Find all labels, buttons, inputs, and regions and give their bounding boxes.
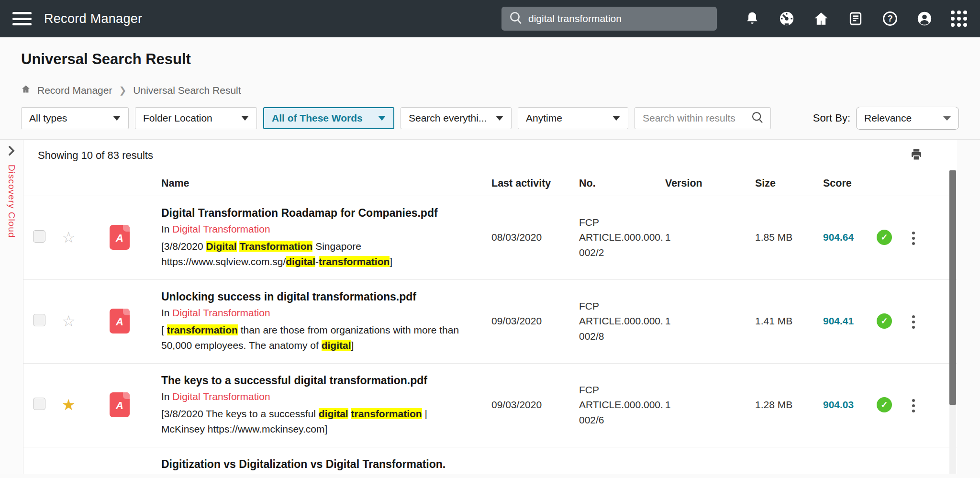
global-search[interactable] [501, 7, 717, 31]
account-icon[interactable] [916, 10, 933, 27]
filter-scope-dropdown[interactable]: Search everythi... [401, 107, 512, 129]
score[interactable]: 904.64 [823, 232, 877, 243]
row-menu-button[interactable] [910, 397, 917, 414]
result-title[interactable]: Digitization vs Digitalization vs Digita… [161, 457, 469, 474]
location-prefix: In [161, 391, 170, 402]
score[interactable]: 904.41 [823, 315, 877, 327]
scrollbar-track[interactable] [949, 170, 956, 474]
menu-icon[interactable] [12, 12, 32, 25]
score[interactable]: 904.03 [823, 399, 877, 411]
filter-type-value: All types [29, 112, 67, 124]
filter-bar: All types Folder Location All of These W… [0, 96, 980, 139]
chevron-down-icon [496, 116, 503, 121]
table-row: ★ A The keys to a successful digital tra… [23, 364, 957, 447]
side-rail: Discovery Cloud [0, 140, 23, 474]
chevron-down-icon [113, 116, 121, 121]
snippet-segment: ] [390, 256, 392, 267]
scrollbar-thumb[interactable] [949, 170, 956, 405]
breadcrumb: Record Manager ❯ Universal Search Result [21, 84, 959, 96]
filter-words-value: All of These Words [272, 112, 363, 124]
help-icon[interactable]: ? [881, 10, 899, 27]
status-check-icon: ✓ [877, 313, 892, 329]
pdf-icon: A [110, 225, 130, 250]
app-header: Record Manager [0, 0, 980, 37]
feedback-icon[interactable] [847, 10, 864, 27]
apps-grid-icon[interactable] [950, 10, 968, 27]
location-prefix: In [161, 223, 170, 234]
star-icon[interactable]: ☆ [62, 229, 76, 246]
global-search-input[interactable] [528, 13, 710, 24]
result-location: In Digital Transformation [161, 391, 469, 402]
version: 1 [665, 399, 755, 411]
chevron-down-icon [378, 116, 386, 121]
star-icon[interactable]: ☆ [62, 312, 76, 330]
breadcrumb-separator: ❯ [119, 85, 126, 96]
row-menu-button[interactable] [910, 230, 917, 247]
header-icons: ? [744, 10, 968, 27]
result-snippet: [3/8/2020 The keys to a successful digit… [161, 406, 469, 436]
column-score: Score [823, 178, 877, 189]
result-title[interactable]: Digital Transformation Roadamap for Comp… [161, 206, 469, 221]
column-name: Name [161, 178, 491, 189]
chevron-down-icon [943, 116, 951, 121]
sort-by-label: Sort By: [813, 112, 850, 124]
last-activity: 08/03/2020 [491, 232, 579, 243]
table-header: Name Last activity No. Version Size Scor… [23, 171, 957, 196]
snippet-segment: [3/8/2020 [161, 241, 206, 252]
result-title[interactable]: The keys to a successful digital transfo… [161, 373, 469, 388]
location-link[interactable]: Digital Transformation [172, 307, 270, 318]
sort-dropdown[interactable]: Relevance [856, 107, 959, 130]
result-title[interactable]: Unlocking success in digital transformat… [161, 289, 469, 304]
result-location: In Digital Transformation [161, 307, 469, 319]
search-within-results[interactable] [635, 107, 771, 129]
table-row: ☆ A Unlocking success in digital transfo… [23, 280, 957, 364]
snippet-segment: transformation [351, 408, 422, 419]
breadcrumb-item-current: Universal Search Result [133, 85, 241, 96]
result-location: In Digital Transformation [161, 223, 469, 235]
filter-type-dropdown[interactable]: All types [21, 107, 129, 129]
size: 1.41 MB [755, 315, 823, 327]
size: 1.28 MB [755, 399, 823, 411]
star-icon[interactable]: ★ [62, 396, 76, 413]
table-row: ☆ A Digital Transformation Roadamap for … [23, 196, 957, 280]
row-checkbox[interactable] [33, 398, 45, 410]
filter-words-dropdown[interactable]: All of These Words [263, 107, 394, 129]
location-link[interactable]: Digital Transformation [172, 223, 270, 234]
snippet-segment [348, 408, 351, 419]
version: 1 [665, 315, 755, 327]
expand-panel-icon[interactable] [7, 145, 16, 158]
result-snippet: [ transformation than are those from org… [161, 322, 469, 353]
column-version: Version [665, 178, 755, 189]
chevron-down-icon [612, 116, 620, 121]
pdf-icon: A [110, 392, 130, 417]
snippet-segment: digital [322, 340, 351, 351]
record-number: FCPARTICLE.000.000.002/6 [579, 382, 665, 428]
snippet-segment: [3/8/2020 The keys to a successful [161, 408, 319, 419]
location-link[interactable]: Digital Transformation [172, 391, 270, 402]
record-number: FCPARTICLE.000.000.002/1 [579, 473, 665, 474]
filter-time-dropdown[interactable]: Anytime [518, 107, 628, 129]
snippet-segment: Digital [206, 241, 236, 252]
notifications-icon[interactable] [744, 10, 761, 27]
discovery-cloud-tab[interactable]: Discovery Cloud [6, 165, 17, 238]
dashboard-icon[interactable] [778, 10, 795, 27]
filter-folder-dropdown[interactable]: Folder Location [135, 107, 257, 129]
breadcrumb-item-home[interactable]: Record Manager [37, 85, 112, 96]
page-title: Universal Search Result [21, 51, 959, 68]
search-icon[interactable] [750, 110, 765, 126]
results-card: Showing 10 of 83 results Name Last activ… [23, 140, 957, 474]
row-checkbox[interactable] [33, 230, 45, 243]
search-icon [508, 10, 523, 27]
status-check-icon: ✓ [877, 397, 892, 412]
sort-value: Relevance [864, 112, 912, 124]
row-checkbox[interactable] [33, 314, 45, 326]
breadcrumb-home-icon[interactable] [21, 84, 31, 96]
svg-text:?: ? [887, 13, 892, 23]
print-icon[interactable] [909, 147, 924, 164]
home-icon[interactable] [813, 10, 830, 27]
snippet-segment: transformation [167, 324, 238, 335]
last-activity: 09/03/2020 [491, 399, 579, 411]
search-within-input[interactable] [643, 112, 750, 124]
row-menu-button[interactable] [910, 313, 917, 331]
app-title: Record Manager [44, 11, 142, 26]
